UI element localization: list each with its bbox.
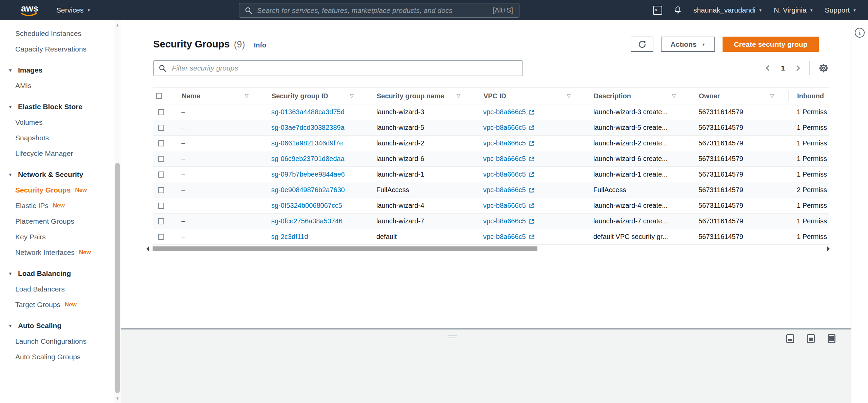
services-menu[interactable]: Services ▼ bbox=[56, 6, 91, 14]
column-header[interactable]: Security group ID ▽ bbox=[263, 90, 368, 101]
split-drag-handle[interactable] bbox=[448, 336, 457, 340]
sg-id-link[interactable]: sg-097b7bebee9844ae6 bbox=[271, 170, 345, 178]
sidebar-item[interactable]: Scheduled Instances bbox=[0, 26, 121, 41]
section-header[interactable]: ▼ Load Balancing bbox=[0, 266, 121, 281]
row-checkbox[interactable] bbox=[158, 140, 164, 146]
sidebar-item[interactable]: Elastic IPs New bbox=[0, 198, 121, 214]
filter-input[interactable] bbox=[153, 60, 523, 76]
column-header[interactable]: Name ▽ bbox=[173, 90, 263, 101]
refresh-button[interactable] bbox=[631, 37, 653, 52]
external-link-icon[interactable] bbox=[529, 234, 535, 240]
cloudshell-button[interactable]: >_ bbox=[653, 6, 662, 15]
scroll-down-arrow[interactable]: ▼ bbox=[114, 396, 121, 400]
region-menu[interactable]: N. Virginia ▼ bbox=[774, 6, 813, 14]
row-checkbox[interactable] bbox=[158, 125, 164, 131]
global-search[interactable]: [Alt+S] bbox=[239, 3, 519, 18]
scroll-left-arrow[interactable] bbox=[146, 246, 149, 251]
select-all-checkbox[interactable] bbox=[156, 93, 162, 99]
scroll-right-arrow[interactable] bbox=[827, 246, 830, 251]
vpc-link-text[interactable]: vpc-b8a666c5 bbox=[483, 233, 526, 241]
vpc-link-text[interactable]: vpc-b8a666c5 bbox=[483, 202, 526, 209]
column-header[interactable]: Security group name ▽ bbox=[368, 90, 475, 101]
column-header[interactable]: Owner ▽ bbox=[690, 90, 788, 101]
sg-id-link[interactable]: sg-0e90849876b2a7630 bbox=[271, 186, 345, 194]
section-header[interactable]: ▼ Elastic Block Store bbox=[0, 99, 121, 115]
section-header[interactable]: ▼ Network & Security bbox=[0, 167, 121, 182]
sidebar-item[interactable]: Snapshots bbox=[0, 130, 121, 146]
panel-size-full-icon[interactable] bbox=[828, 334, 835, 343]
external-link-icon[interactable] bbox=[529, 218, 535, 224]
create-security-group-button[interactable]: Create security group bbox=[723, 37, 819, 52]
vpc-link-text[interactable]: vpc-b8a666c5 bbox=[483, 155, 526, 163]
row-checkbox[interactable] bbox=[158, 187, 164, 193]
support-menu[interactable]: Support ▼ bbox=[825, 6, 856, 14]
sidebar-item[interactable]: Load Balancers bbox=[0, 281, 121, 297]
info-icon[interactable]: i bbox=[855, 28, 865, 38]
actions-button[interactable]: Actions ▼ bbox=[661, 37, 715, 52]
horizontal-scroll-thumb[interactable] bbox=[153, 246, 537, 251]
column-header[interactable]: Description ▽ bbox=[585, 90, 690, 101]
sg-id-link[interactable]: sg-0fce2756a38a53746 bbox=[271, 217, 342, 225]
external-link-icon[interactable] bbox=[529, 109, 535, 115]
notifications-button[interactable] bbox=[674, 6, 682, 15]
external-link-icon[interactable] bbox=[529, 172, 535, 178]
sidebar-item[interactable]: Key Pairs bbox=[0, 229, 121, 245]
column-filter-icon[interactable]: ▽ bbox=[672, 93, 676, 99]
vpc-link-text[interactable]: vpc-b8a666c5 bbox=[483, 108, 526, 116]
sg-id-link[interactable]: sg-0f5324b0068067cc5 bbox=[271, 202, 342, 209]
row-checkbox[interactable] bbox=[158, 109, 164, 115]
account-menu[interactable]: shaunak_varudandi ▼ bbox=[693, 6, 762, 14]
sidebar-item[interactable]: Lifecycle Manager bbox=[0, 146, 121, 161]
sidebar-item[interactable]: Launch Configurations bbox=[0, 334, 121, 349]
current-page-number[interactable]: 1 bbox=[781, 64, 785, 72]
panel-size-small-icon[interactable] bbox=[786, 334, 794, 343]
sg-id-link[interactable]: sg-01363a4488ca3d75d bbox=[271, 108, 344, 116]
sidebar-item[interactable]: Target Groups New bbox=[0, 297, 121, 313]
column-filter-icon[interactable]: ▽ bbox=[567, 93, 571, 99]
row-checkbox[interactable] bbox=[158, 172, 164, 178]
aws-logo[interactable]: aws bbox=[17, 2, 43, 18]
previous-page-button[interactable] bbox=[766, 65, 772, 71]
sidebar-item[interactable]: Auto Scaling Groups bbox=[0, 349, 121, 365]
sidebar-scrollbar-thumb[interactable] bbox=[115, 163, 120, 393]
row-checkbox[interactable] bbox=[158, 218, 164, 224]
section-header[interactable]: ▼ Images bbox=[0, 62, 121, 78]
column-header[interactable]: Inbound bbox=[788, 90, 829, 101]
next-page-button[interactable] bbox=[794, 65, 800, 71]
vpc-link-text[interactable]: vpc-b8a666c5 bbox=[483, 217, 526, 225]
row-checkbox[interactable] bbox=[158, 156, 164, 162]
preferences-button[interactable] bbox=[818, 63, 829, 73]
row-checkbox[interactable] bbox=[158, 203, 164, 209]
global-search-input[interactable] bbox=[256, 6, 493, 15]
vpc-link-text[interactable]: vpc-b8a666c5 bbox=[483, 124, 526, 132]
sidebar-item[interactable]: Network Interfaces New bbox=[0, 245, 121, 260]
sidebar-item-clipped[interactable]: Dedicated Hosts bbox=[0, 20, 121, 26]
column-filter-icon[interactable]: ▽ bbox=[456, 93, 460, 99]
sidebar-item[interactable]: Placement Groups bbox=[0, 214, 121, 229]
sidebar-item[interactable]: Capacity Reservations bbox=[0, 41, 121, 57]
scroll-up-arrow[interactable]: ▲ bbox=[114, 23, 121, 27]
external-link-icon[interactable] bbox=[529, 140, 535, 146]
external-link-icon[interactable] bbox=[529, 203, 535, 209]
column-filter-icon[interactable]: ▽ bbox=[350, 93, 354, 99]
column-header[interactable]: VPC ID ▽ bbox=[475, 90, 585, 101]
sg-id-link[interactable]: sg-0661a9821346d9f7e bbox=[271, 139, 343, 147]
sidebar-item[interactable]: Security Groups New bbox=[0, 182, 121, 198]
panel-size-half-icon[interactable] bbox=[807, 334, 815, 343]
vpc-link-text[interactable]: vpc-b8a666c5 bbox=[483, 139, 526, 147]
info-link[interactable]: Info bbox=[254, 41, 267, 49]
sidebar-item[interactable]: AMIs bbox=[0, 78, 121, 94]
section-header[interactable]: ▼ Auto Scaling bbox=[0, 318, 121, 334]
horizontal-scroll-track[interactable] bbox=[153, 246, 822, 251]
external-link-icon[interactable] bbox=[529, 156, 535, 162]
external-link-icon[interactable] bbox=[529, 125, 535, 131]
column-filter-icon[interactable]: ▽ bbox=[244, 93, 249, 99]
vpc-link-text[interactable]: vpc-b8a666c5 bbox=[483, 170, 526, 178]
row-checkbox[interactable] bbox=[158, 234, 164, 240]
column-filter-icon[interactable]: ▽ bbox=[770, 93, 774, 99]
vpc-link-text[interactable]: vpc-b8a666c5 bbox=[483, 186, 526, 194]
sg-id-link[interactable]: sg-06c9eb23701d8edaa bbox=[271, 155, 344, 163]
sg-id-link[interactable]: sg-2c3df11d bbox=[271, 233, 308, 241]
external-link-icon[interactable] bbox=[529, 187, 535, 193]
sg-id-link[interactable]: sg-03ae7dcd30382389a bbox=[271, 124, 344, 132]
